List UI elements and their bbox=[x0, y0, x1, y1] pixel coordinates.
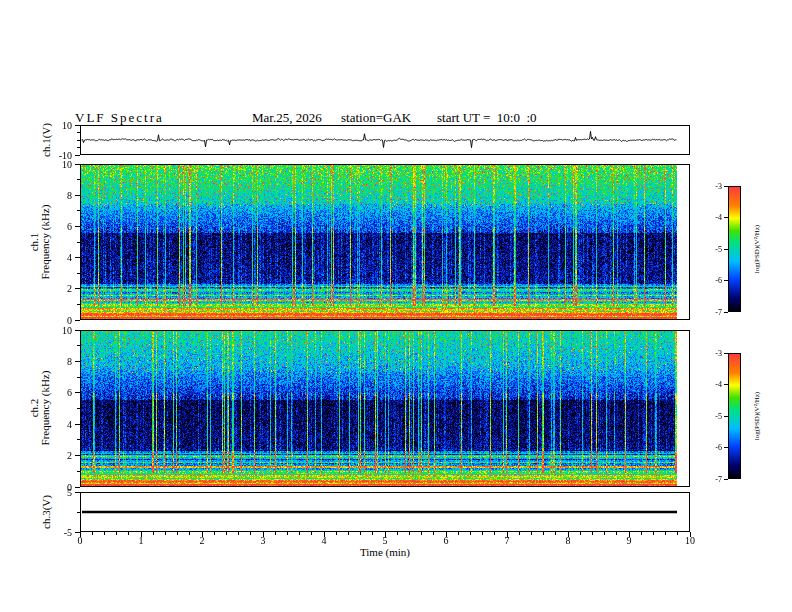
y-tick-label: 4 bbox=[44, 252, 72, 263]
x-minor-tick-mark bbox=[543, 532, 544, 535]
y-tick-label: 4 bbox=[44, 419, 72, 430]
x-minor-tick-mark bbox=[372, 532, 373, 535]
x-minor-tick-mark bbox=[397, 532, 398, 535]
x-minor-tick-mark bbox=[665, 532, 666, 535]
x-minor-tick-mark bbox=[165, 532, 166, 535]
vlf-spectra-figure: VLF Spectra Mar.25, 2026 station=GAK sta… bbox=[0, 0, 792, 612]
colorbar-tick-mark bbox=[724, 312, 728, 313]
y-tick-mark bbox=[75, 424, 80, 425]
colorbar-tick-label: -7 bbox=[706, 475, 722, 484]
colorbar-tick-mark bbox=[724, 384, 728, 385]
colorbar-tick-label: -4 bbox=[706, 380, 722, 389]
x-minor-tick-mark bbox=[555, 532, 556, 535]
x-tick-label: 6 bbox=[434, 535, 458, 546]
y-minor-tick-mark bbox=[77, 273, 80, 274]
x-minor-tick-mark bbox=[519, 532, 520, 535]
x-minor-tick-mark bbox=[153, 532, 154, 535]
x-minor-tick-mark bbox=[470, 532, 471, 535]
y-tick-label: 6 bbox=[44, 221, 72, 232]
y-tick-mark bbox=[75, 164, 80, 165]
x-minor-tick-mark bbox=[458, 532, 459, 535]
x-tick-label: 8 bbox=[556, 535, 580, 546]
x-minor-tick-mark bbox=[580, 532, 581, 535]
x-minor-tick-mark bbox=[299, 532, 300, 535]
x-minor-tick-mark bbox=[214, 532, 215, 535]
y-tick-mark bbox=[75, 155, 80, 156]
colorbar-tick-label: -3 bbox=[706, 349, 722, 358]
colorbar-tick-label: -6 bbox=[706, 443, 722, 452]
y-tick-mark bbox=[75, 492, 80, 493]
colorbar-tick-mark bbox=[724, 217, 728, 218]
y-tick-label: 6 bbox=[44, 387, 72, 398]
y-tick-label: 10 bbox=[44, 325, 72, 336]
x-minor-tick-mark bbox=[250, 532, 251, 535]
y-minor-tick-mark bbox=[77, 408, 80, 409]
x-minor-tick-mark bbox=[275, 532, 276, 535]
x-minor-tick-mark bbox=[287, 532, 288, 535]
x-minor-tick-mark bbox=[177, 532, 178, 535]
x-minor-tick-mark bbox=[421, 532, 422, 535]
x-minor-tick-mark bbox=[104, 532, 105, 535]
x-tick-label: 2 bbox=[190, 535, 214, 546]
colorbar-tick-mark bbox=[724, 186, 728, 187]
x-tick-label: 4 bbox=[312, 535, 336, 546]
x-minor-tick-mark bbox=[226, 532, 227, 535]
x-minor-tick-mark bbox=[128, 532, 129, 535]
x-minor-tick-mark bbox=[189, 532, 190, 535]
y-tick-label: 5 bbox=[44, 487, 72, 498]
x-minor-tick-mark bbox=[336, 532, 337, 535]
x-minor-tick-mark bbox=[348, 532, 349, 535]
y-tick-mark bbox=[75, 455, 80, 456]
x-minor-tick-mark bbox=[92, 532, 93, 535]
x-minor-tick-mark bbox=[433, 532, 434, 535]
y-minor-tick-mark bbox=[77, 439, 80, 440]
x-tick-label: 3 bbox=[251, 535, 275, 546]
colorbar-tick-mark bbox=[724, 479, 728, 480]
y-tick-mark bbox=[75, 487, 80, 488]
y-tick-mark bbox=[75, 320, 80, 321]
y-tick-mark bbox=[75, 392, 80, 393]
y-tick-mark bbox=[75, 288, 80, 289]
y-minor-tick-mark bbox=[77, 304, 80, 305]
y-tick-label: 8 bbox=[44, 356, 72, 367]
y-minor-tick-mark bbox=[77, 512, 80, 513]
colorbar-tick-mark bbox=[724, 249, 728, 250]
colorbar-tick-label: -7 bbox=[706, 308, 722, 317]
x-minor-tick-mark bbox=[116, 532, 117, 535]
y-minor-tick-mark bbox=[77, 140, 80, 141]
y-tick-label: 2 bbox=[44, 283, 72, 294]
x-minor-tick-mark bbox=[604, 532, 605, 535]
x-minor-tick-mark bbox=[641, 532, 642, 535]
x-minor-tick-mark bbox=[494, 532, 495, 535]
x-minor-tick-mark bbox=[360, 532, 361, 535]
x-minor-tick-mark bbox=[677, 532, 678, 535]
colorbar-tick-mark bbox=[724, 353, 728, 354]
x-tick-label: 10 bbox=[678, 535, 702, 546]
colorbar-tick-label: -3 bbox=[706, 182, 722, 191]
y-tick-mark bbox=[75, 330, 80, 331]
y-tick-label: 8 bbox=[44, 190, 72, 201]
colorbar-tick-mark bbox=[724, 280, 728, 281]
x-minor-tick-mark bbox=[592, 532, 593, 535]
x-tick-label: 5 bbox=[373, 535, 397, 546]
x-minor-tick-mark bbox=[409, 532, 410, 535]
colorbar-tick-mark bbox=[724, 447, 728, 448]
y-tick-mark bbox=[75, 257, 80, 258]
y-minor-tick-mark bbox=[77, 132, 80, 133]
colorbar-tick-label: -6 bbox=[706, 276, 722, 285]
y-tick-mark bbox=[75, 226, 80, 227]
y-tick-mark bbox=[75, 125, 80, 126]
x-tick-label: 9 bbox=[617, 535, 641, 546]
x-minor-tick-mark bbox=[616, 532, 617, 535]
y-minor-tick-mark bbox=[77, 179, 80, 180]
x-minor-tick-mark bbox=[311, 532, 312, 535]
x-minor-tick-mark bbox=[238, 532, 239, 535]
colorbar-tick-label: -4 bbox=[706, 213, 722, 222]
x-minor-tick-mark bbox=[531, 532, 532, 535]
y-tick-mark bbox=[75, 361, 80, 362]
colorbar-tick-label: -5 bbox=[706, 245, 722, 254]
y-minor-tick-mark bbox=[77, 345, 80, 346]
y-minor-tick-mark bbox=[77, 377, 80, 378]
y-minor-tick-mark bbox=[77, 242, 80, 243]
x-tick-label: 0 bbox=[68, 535, 92, 546]
